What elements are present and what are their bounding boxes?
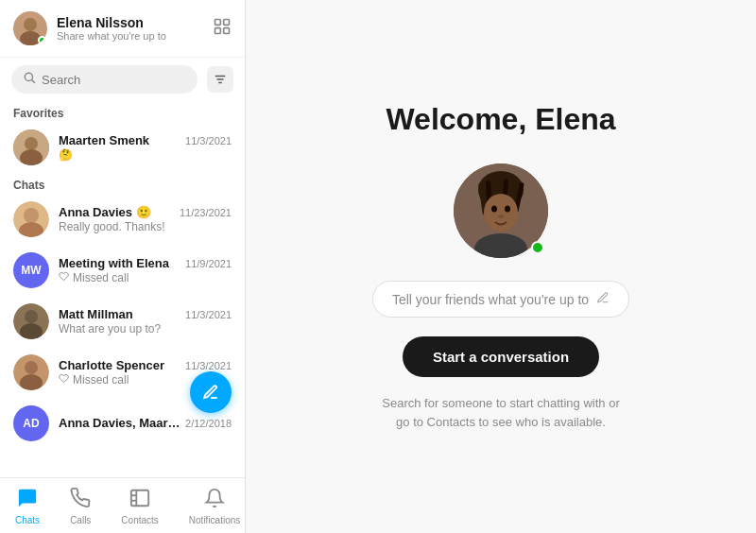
nav-item-notifications[interactable]: Notifications: [174, 486, 255, 527]
contact-top: Matt Millman 11/3/2021: [59, 307, 232, 321]
nav-label-calls: Calls: [70, 515, 91, 525]
contact-date: 11/3/2021: [185, 360, 232, 371]
svg-point-16: [24, 208, 39, 223]
svg-point-39: [498, 215, 504, 218]
search-icon: [23, 71, 36, 88]
profile-text: Elena Nilsson Share what you're up to: [57, 15, 166, 42]
svg-point-37: [491, 206, 497, 213]
contact-date: 11/3/2021: [185, 309, 232, 320]
contact-name: Anna Davies, Maarten...: [59, 416, 181, 430]
missed-call-icon: [59, 373, 69, 387]
contact-top: Maarten Smenk 11/3/2021: [59, 133, 232, 147]
start-conversation-button[interactable]: Start a conversation: [403, 336, 599, 377]
avatar: MW: [13, 252, 49, 288]
list-item[interactable]: Maarten Smenk 11/3/2021 🤔: [0, 122, 245, 173]
main-avatar-wrap: [454, 163, 548, 258]
svg-point-13: [25, 137, 38, 150]
status-input-area[interactable]: Tell your friends what you're up to: [372, 281, 629, 318]
svg-rect-5: [215, 28, 221, 34]
contact-content: Anna Davies, Maarten... 2/12/2018: [59, 416, 232, 431]
search-input[interactable]: [42, 73, 186, 87]
profile-status: Share what you're up to: [57, 30, 166, 42]
calls-icon: [70, 488, 91, 513]
main-content: Welcome, Elena: [246, 0, 756, 533]
svg-rect-24: [131, 490, 148, 507]
status-placeholder-text: Tell your friends what you're up to: [392, 292, 589, 307]
contact-name: Matt Millman: [59, 307, 133, 321]
contact-name: Anna Davies 🙂: [59, 205, 151, 219]
contact-preview: 🤔: [59, 148, 232, 162]
svg-rect-6: [224, 28, 230, 34]
avatar: [13, 129, 49, 165]
contact-top: Anna Davies, Maarten... 2/12/2018: [59, 416, 232, 430]
nav-label-chats: Chats: [15, 515, 40, 525]
contact-content: Matt Millman 11/3/2021 What are you up t…: [59, 307, 232, 335]
search-bar: [0, 58, 245, 101]
chats-label: Chats: [0, 173, 245, 194]
contact-content: Meeting with Elena 11/9/2021 Missed call: [59, 256, 232, 284]
nav-item-chats[interactable]: Chats: [0, 486, 55, 527]
edit-icon: [596, 291, 610, 307]
nav-item-calls[interactable]: Calls: [55, 486, 106, 527]
compose-icon[interactable]: [213, 17, 232, 40]
contact-preview: Missed call: [59, 271, 232, 284]
favorites-label: Favorites: [0, 101, 245, 122]
online-indicator: [38, 36, 46, 44]
main-avatar-online-dot: [531, 241, 544, 254]
avatar: [13, 303, 49, 339]
bottom-nav: Chats Calls Contacts: [0, 477, 245, 533]
list-item[interactable]: Matt Millman 11/3/2021 What are you up t…: [0, 296, 245, 347]
nav-label-contacts: Contacts: [121, 515, 158, 525]
contact-list: Favorites Maarten Smenk 11/3/2021 🤔 Chat…: [0, 101, 245, 477]
svg-point-22: [25, 361, 38, 374]
missed-call-icon: [59, 271, 69, 284]
svg-point-7: [25, 73, 32, 80]
help-text: Search for someone to start chatting wit…: [378, 394, 624, 431]
list-item[interactable]: MW Meeting with Elena 11/9/2021 Missed c…: [0, 245, 245, 296]
contacts-icon: [129, 488, 150, 513]
profile-info: Elena Nilsson Share what you're up to: [13, 11, 166, 45]
profile-header: Elena Nilsson Share what you're up to: [0, 0, 245, 58]
sidebar: Elena Nilsson Share what you're up to: [0, 0, 246, 533]
chats-icon: [17, 488, 38, 513]
contact-top: Anna Davies 🙂 11/23/2021: [59, 205, 232, 219]
svg-point-38: [505, 206, 510, 213]
contact-content: Maarten Smenk 11/3/2021 🤔: [59, 133, 232, 162]
contact-name: Meeting with Elena: [59, 256, 169, 270]
contact-date: 11/23/2021: [180, 207, 232, 218]
svg-point-36: [484, 194, 518, 232]
contact-content: Anna Davies 🙂 11/23/2021 Really good. Th…: [59, 205, 232, 233]
compose-fab-button[interactable]: [190, 371, 232, 413]
contact-name: Maarten Smenk: [59, 133, 149, 147]
svg-point-1: [24, 18, 37, 31]
nav-item-contacts[interactable]: Contacts: [106, 486, 173, 527]
search-input-wrap[interactable]: [11, 65, 198, 94]
profile-name: Elena Nilsson: [57, 15, 166, 30]
user-avatar: [13, 11, 47, 45]
contact-name: Charlotte Spencer: [59, 358, 164, 372]
contact-date: 11/3/2021: [185, 135, 232, 146]
avatar: [13, 201, 49, 237]
contact-date: 11/9/2021: [185, 258, 232, 269]
contact-preview: Really good. Thanks!: [59, 220, 232, 233]
filter-button[interactable]: [207, 66, 233, 93]
contact-top: Charlotte Spencer 11/3/2021: [59, 358, 232, 372]
svg-rect-4: [224, 20, 230, 26]
list-item[interactable]: Anna Davies 🙂 11/23/2021 Really good. Th…: [0, 194, 245, 245]
svg-line-8: [32, 80, 35, 83]
notifications-icon: [204, 488, 225, 513]
avatar: [13, 354, 49, 390]
contact-preview: What are you up to?: [59, 322, 232, 335]
svg-rect-3: [215, 20, 221, 26]
avatar: AD: [13, 405, 49, 441]
svg-point-19: [25, 310, 38, 323]
nav-label-notifications: Notifications: [189, 515, 240, 525]
welcome-title: Welcome, Elena: [386, 102, 615, 137]
contact-top: Meeting with Elena 11/9/2021: [59, 256, 232, 270]
contact-date: 2/12/2018: [185, 418, 232, 429]
